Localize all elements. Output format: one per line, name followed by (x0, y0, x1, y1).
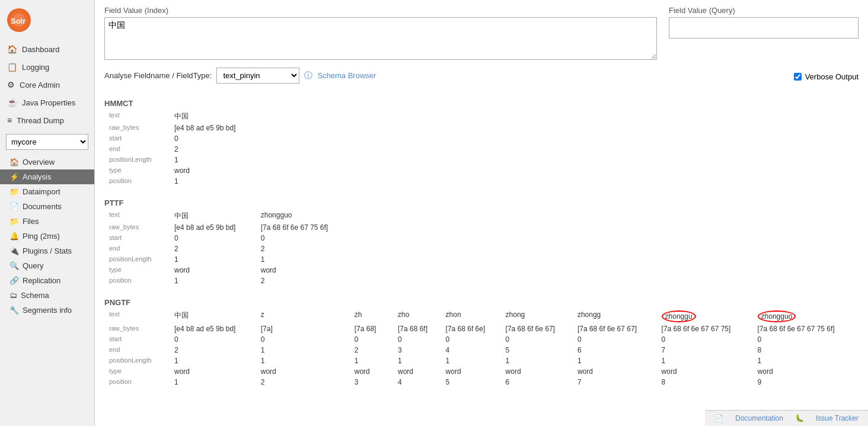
files-icon: 📁 (9, 217, 19, 226)
core-nav-segments[interactable]: 🔧 Segments info (0, 303, 94, 318)
core-nav-analysis[interactable]: ⚡ Analysis (0, 169, 94, 184)
core-nav-label: Documents (23, 202, 62, 211)
help-icon[interactable]: ⓘ (304, 71, 312, 81)
sidebar-item-label: Dashboard (22, 45, 60, 54)
core-nav-label: Ping (2ms) (23, 232, 60, 241)
field-value-index-box: Field Value (Index) 中国 (104, 6, 657, 62)
attr-position: position (104, 377, 170, 387)
svg-text:Solr: Solr (11, 17, 25, 25)
core-nav-label: Replication (23, 276, 60, 285)
attr-type: type (104, 366, 170, 377)
table-row: end 2 2 (104, 244, 859, 254)
sidebar-item-label: Java Properties (22, 98, 75, 107)
analyse-row: Analyse Fieldname / FieldType: text_piny… (104, 68, 859, 84)
table-row: raw_bytes [e4 b8 ad e5 9b bd] [7a 68 6f … (104, 222, 859, 233)
field-value-query-box: Field Value (Query) (669, 6, 859, 62)
core-nav-query[interactable]: 🔍 Query (0, 258, 94, 273)
table-row: start 0 (104, 133, 859, 144)
thread-dump-icon: ≡ (7, 116, 12, 125)
documentation-link[interactable]: Documentation (735, 414, 783, 422)
doc-icon: 📄 (714, 414, 723, 422)
segments-icon: 🔧 (9, 306, 19, 315)
ping-icon: 🔔 (9, 232, 19, 241)
table-row: position 1 2 3 4 5 6 7 8 9 (104, 377, 859, 387)
table-row: positionLength 1 1 1 1 1 1 1 1 1 (104, 355, 859, 366)
attr-type: type (104, 265, 170, 276)
core-nav-overview[interactable]: 🏠 Overview (0, 155, 94, 169)
solr-logo-icon: Solr (6, 7, 32, 33)
core-nav-plugins[interactable]: 🔌 Plugins / Stats (0, 244, 94, 258)
core-nav-documents[interactable]: 📄 Documents (0, 199, 94, 214)
table-row: positionLength 1 (104, 155, 859, 165)
core-nav-schema[interactable]: 🗂 Schema (0, 288, 94, 303)
core-admin-icon: ⚙ (7, 80, 15, 89)
attr-position: position (104, 176, 170, 187)
table-row: type word word (104, 265, 859, 276)
sidebar-item-logging[interactable]: 📋 Logging (0, 58, 94, 76)
core-nav-label: Plugins / Stats (23, 246, 72, 255)
schema-browser-link[interactable]: Schema Browser (317, 71, 376, 80)
overview-icon: 🏠 (9, 158, 19, 166)
attr-position: position (104, 276, 170, 286)
verbose-output-row: Verbose Output (794, 72, 859, 81)
documents-icon: 📄 (9, 202, 19, 211)
attr-raw-bytes: raw_bytes (104, 222, 170, 233)
attr-end: end (104, 244, 170, 254)
section-pngtf: PNGTF (104, 292, 859, 309)
footer: 📄 Documentation 🐛 Issue Tracker (705, 410, 868, 426)
attr-text: text (104, 210, 170, 222)
core-nav-ping[interactable]: 🔔 Ping (2ms) (0, 229, 94, 244)
schema-icon: 🗂 (9, 291, 17, 300)
table-row: position 1 (104, 176, 859, 187)
field-value-query-input[interactable] (669, 17, 859, 39)
table-row: end 2 (104, 144, 859, 155)
sidebar-item-java-properties[interactable]: ☕ Java Properties (0, 94, 94, 111)
analysis-icon: ⚡ (9, 172, 19, 181)
field-value-index-input[interactable]: 中国 (104, 17, 657, 60)
sidebar-item-dashboard[interactable]: 🏠 Dashboard (0, 40, 94, 58)
attr-text: text (104, 110, 170, 123)
solr-logo: Solr (0, 0, 94, 40)
attr-position-length: positionLength (104, 355, 170, 366)
sidebar-item-thread-dump[interactable]: ≡ Thread Dump (0, 111, 94, 129)
table-row: start 0 0 (104, 233, 859, 244)
field-value-query-label: Field Value (Query) (669, 6, 859, 15)
core-nav-label: Files (23, 217, 39, 226)
table-row: raw_bytes [e4 b8 ad e5 9b bd] (104, 123, 859, 133)
core-selector[interactable]: mycore (6, 134, 88, 150)
dashboard-icon: 🏠 (7, 44, 17, 54)
core-nav-dataimport[interactable]: 📁 Dataimport (0, 184, 94, 199)
section-hmmct: HMMCT (104, 93, 859, 110)
sidebar: Solr 🏠 Dashboard 📋 Logging ⚙ Core Admin … (0, 0, 95, 426)
bug-icon: 🐛 (795, 414, 804, 422)
core-nav-files[interactable]: 📁 Files (0, 214, 94, 229)
attr-end: end (104, 144, 170, 155)
table-row: type word word word word word word word … (104, 366, 859, 377)
section-pttf: PTTF (104, 193, 859, 210)
attr-start: start (104, 233, 170, 244)
attr-type: type (104, 165, 170, 176)
issue-tracker-link[interactable]: Issue Tracker (816, 414, 859, 422)
core-nav-replication[interactable]: 🔗 Replication (0, 273, 94, 288)
dataimport-icon: 📁 (9, 187, 19, 196)
attr-position-length: positionLength (104, 254, 170, 265)
attr-start: start (104, 133, 170, 144)
fieldtype-select[interactable]: text_pinyin (216, 68, 299, 84)
replication-icon: 🔗 (9, 276, 19, 285)
table-row: position 1 2 (104, 276, 859, 286)
analyse-label: Analyse Fieldname / FieldType: (104, 71, 212, 80)
table-row: raw_bytes [e4 b8 ad e5 9b bd] [7a] [7a 6… (104, 323, 859, 334)
table-row: positionLength 1 1 (104, 254, 859, 265)
sidebar-item-core-admin[interactable]: ⚙ Core Admin (0, 76, 94, 94)
core-nav-label: Overview (23, 158, 55, 166)
core-nav-label: Segments info (23, 306, 72, 315)
sidebar-item-label: Core Admin (20, 81, 60, 89)
top-row: Field Value (Index) 中国 Field Value (Quer… (104, 6, 859, 62)
plugins-icon: 🔌 (9, 246, 19, 255)
attr-raw-bytes: raw_bytes (104, 323, 170, 334)
verbose-output-checkbox[interactable] (794, 73, 802, 81)
attr-text: text (104, 309, 170, 323)
java-properties-icon: ☕ (7, 98, 17, 107)
attr-raw-bytes: raw_bytes (104, 123, 170, 133)
analysis-table: HMMCT text 中国 raw_bytes [e4 b8 ad e5 9b … (104, 93, 859, 387)
